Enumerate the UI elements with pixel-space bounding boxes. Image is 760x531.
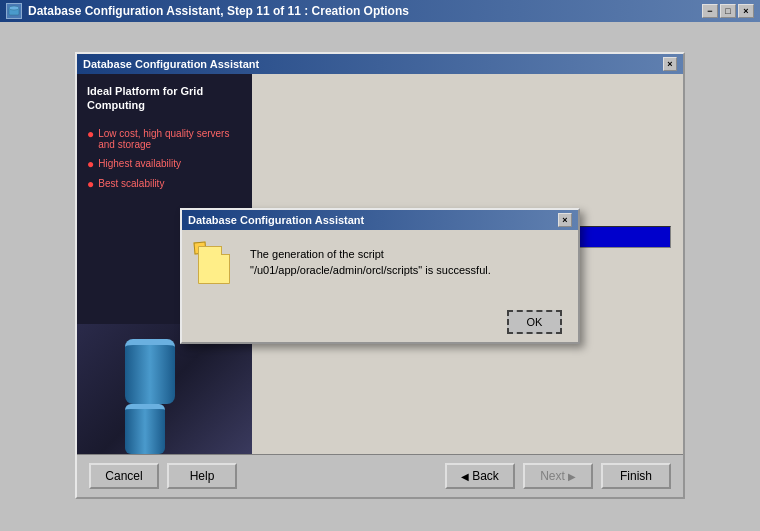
popup-titlebar: Database Configuration Assistant × [182, 210, 578, 230]
popup-message: The generation of the script "/u01/app/o… [250, 246, 562, 279]
outer-titlebar: Database Configuration Assistant, Step 1… [0, 0, 760, 22]
maximize-button[interactable]: □ [720, 4, 736, 18]
inner-dialog: Database Configuration Assistant × Ideal… [75, 52, 685, 499]
main-content: Database Configuration Assistant × Ideal… [0, 22, 760, 531]
outer-titlebar-buttons: − □ × [702, 4, 754, 18]
popup-icon-area [198, 246, 238, 286]
outer-titlebar-left: Database Configuration Assistant, Step 1… [6, 3, 409, 19]
popup-title: Database Configuration Assistant [188, 214, 364, 226]
outer-window-title: Database Configuration Assistant, Step 1… [28, 4, 409, 18]
app-icon [6, 3, 22, 19]
popup-overlay: Database Configuration Assistant × The g… [77, 54, 683, 497]
close-button[interactable]: × [738, 4, 754, 18]
popup-footer: OK [182, 302, 578, 342]
inner-dialog-body: Ideal Platform for Grid Computing ● Low … [77, 74, 683, 454]
note-icon [198, 246, 230, 284]
popup-close-button[interactable]: × [558, 213, 572, 227]
right-panel: Database Configuration Assistant × The g… [252, 74, 683, 454]
popup-dialog: Database Configuration Assistant × The g… [180, 208, 580, 344]
minimize-button[interactable]: − [702, 4, 718, 18]
popup-body: The generation of the script "/u01/app/o… [182, 230, 578, 302]
second-dialog-wrapper: Database Configuration Assistant × Ideal… [75, 52, 685, 499]
svg-point-1 [9, 6, 19, 10]
ok-button[interactable]: OK [507, 310, 562, 334]
